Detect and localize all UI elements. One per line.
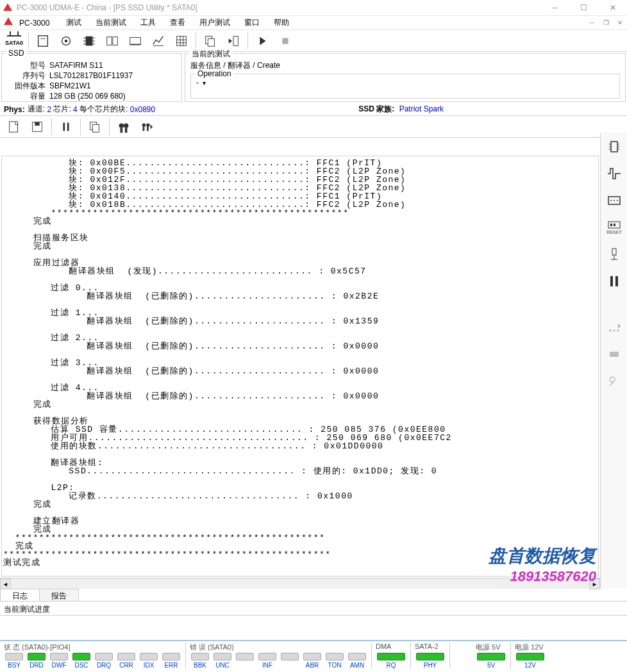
menu-window[interactable]: 窗口: [238, 16, 266, 29]
open-button[interactable]: [3, 117, 26, 136]
pause2-icon[interactable]: [604, 271, 624, 291]
svg-rect-22: [208, 38, 214, 46]
ecc-button[interactable]: [124, 31, 147, 51]
led-indicator: [5, 653, 23, 660]
menu-tools[interactable]: 工具: [134, 16, 162, 29]
svg-rect-0: [38, 35, 48, 46]
led-indicator: [258, 653, 276, 660]
menu-help[interactable]: 帮助: [267, 16, 296, 29]
dma-label: DMA: [376, 643, 406, 652]
menu-current-test[interactable]: 当前测试: [89, 16, 133, 29]
toolbar-separator: [109, 119, 110, 135]
status-sata2-group: SATA-2 PHY: [414, 643, 450, 669]
stop-button[interactable]: [274, 31, 297, 51]
exit-button[interactable]: [222, 31, 245, 51]
state-led-err: ERR: [161, 653, 181, 669]
copy-button[interactable]: [199, 31, 222, 51]
watermark: 盘首数据恢复 18913587620: [489, 544, 596, 585]
operation-dropdown[interactable]: - ▾: [196, 78, 614, 87]
find-next-button[interactable]: [135, 117, 158, 136]
graph-button[interactable]: [147, 31, 170, 51]
cap-label: 容量: [7, 91, 46, 101]
grid-button[interactable]: [170, 31, 193, 51]
bottom-tabs: 日志 报告: [0, 589, 627, 602]
led-label: CRR: [119, 662, 133, 669]
mdi-close-button[interactable]: ✕: [613, 17, 627, 29]
fw-value: SBFM21W1: [49, 81, 91, 91]
log-wrap: 块: 0x00BE..............................:…: [0, 154, 600, 589]
svg-rect-30: [67, 122, 69, 131]
toolbar-separator: [247, 33, 248, 49]
current-test-panel: 当前的测试 服务信息 / 翻译器 / Create Operation - ▾: [185, 53, 626, 102]
led-indicator: [50, 653, 68, 660]
svg-rect-28: [35, 122, 39, 126]
menu-user-test[interactable]: 用户测试: [193, 16, 237, 29]
save-button[interactable]: [26, 117, 49, 136]
p5-label: 电源 5V: [476, 643, 506, 652]
utility-button[interactable]: [31, 31, 54, 51]
state-led-drd: DRD: [26, 653, 47, 669]
mdi-restore-button[interactable]: ❐: [599, 17, 613, 29]
svg-rect-26: [10, 121, 18, 132]
svg-rect-11: [107, 37, 112, 45]
svg-rect-13: [130, 37, 141, 44]
tab-report[interactable]: 报告: [39, 589, 79, 601]
svg-rect-35: [121, 127, 123, 132]
svg-rect-12: [113, 37, 117, 45]
chips-multi-button[interactable]: [101, 31, 124, 51]
led-indicator: [95, 653, 113, 660]
svg-rect-23: [233, 36, 238, 45]
svg-point-37: [142, 123, 146, 127]
menu-view[interactable]: 查看: [163, 16, 192, 29]
port-sata0-button[interactable]: SATA0: [3, 31, 26, 51]
led-indicator: [162, 653, 180, 660]
find-button[interactable]: [112, 117, 135, 136]
svg-point-64: [617, 330, 619, 332]
menu-test[interactable]: 测试: [60, 16, 88, 29]
chip-button[interactable]: [78, 31, 101, 51]
dma-led: [377, 653, 405, 660]
svg-rect-5: [84, 37, 85, 38]
svg-point-38: [146, 123, 150, 127]
minimize-button[interactable]: ─: [540, 0, 569, 16]
err-led-blank: [235, 653, 255, 669]
pause-button[interactable]: [54, 117, 78, 136]
board-icon[interactable]: [604, 190, 624, 211]
chip2-icon: [604, 344, 624, 365]
reset-icon[interactable]: RESET: [604, 217, 624, 238]
maximize-button[interactable]: ☐: [569, 0, 598, 16]
power-icon[interactable]: [604, 244, 624, 265]
tools-button[interactable]: [54, 31, 78, 51]
tab-log[interactable]: 日志: [0, 589, 40, 601]
bpc-value: 0x0890: [130, 105, 155, 114]
status-bar: 状 态 (SATA0)-[PIO4] BSYDRDDWFDSCDRQCRRIDX…: [0, 640, 627, 672]
led-indicator: [28, 653, 46, 660]
operation-panel: Operation - ▾: [190, 74, 620, 99]
err-led-bbk: BBK: [190, 653, 210, 669]
bpc-label: 每个芯片的块:: [79, 104, 128, 115]
scroll-left-button[interactable]: ◄: [0, 578, 11, 589]
chevron-down-icon: ▾: [203, 79, 206, 86]
window-title: PC-3000 UDMA-E - China - [PS SSD Utility…: [17, 3, 540, 12]
wrench-icon: [604, 371, 624, 391]
play-button[interactable]: [251, 31, 274, 51]
p12-led: [516, 653, 544, 660]
led-label: ABR: [306, 662, 319, 669]
log-area[interactable]: 块: 0x00BE..............................:…: [1, 156, 599, 577]
chip-icon[interactable]: [604, 136, 624, 157]
led-indicator: [191, 653, 209, 660]
osc-icon[interactable]: [604, 163, 624, 184]
right-sidebar: RESET: [600, 133, 627, 589]
dma-led-label: RQ: [387, 662, 396, 669]
info-panels: SSD 型号SATAFIRM S11 序列号LSL7012817B01F1193…: [0, 52, 627, 103]
mdi-minimize-button[interactable]: ─: [585, 17, 599, 29]
clipboard-button[interactable]: [83, 117, 106, 136]
channel-value: 2: [47, 105, 51, 114]
state-led-bsy: BSY: [4, 653, 24, 669]
state-led-dwf: DWF: [49, 653, 69, 669]
close-button[interactable]: ✕: [598, 0, 627, 16]
phys-label: Phys:: [4, 105, 25, 114]
status-err-label: 错 误 (SATA0): [190, 643, 367, 652]
led-label: INF: [262, 662, 272, 669]
svg-rect-60: [610, 276, 613, 286]
